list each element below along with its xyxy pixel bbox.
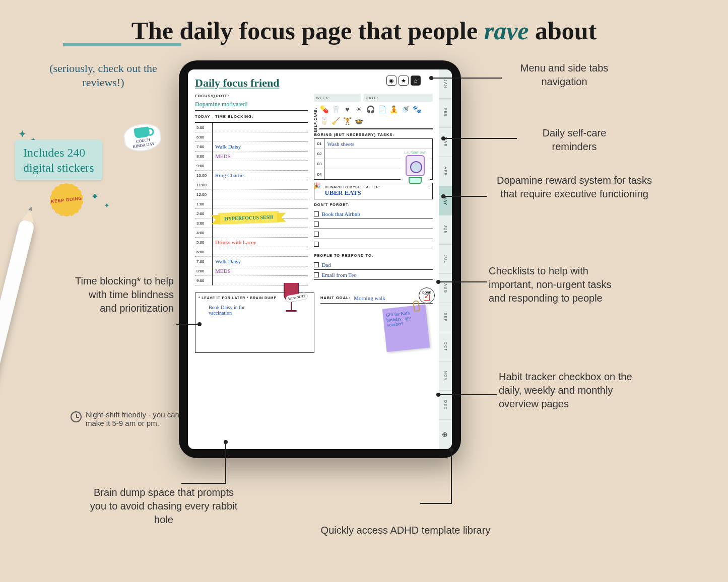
time-cell[interactable]: Drinks with Lacey — [212, 238, 308, 247]
time-cell[interactable]: Ring Charlie — [212, 171, 308, 180]
stickers-line1: Includes 240 — [23, 145, 94, 160]
callout-menu: Menu and side tabs navigation — [504, 61, 625, 89]
wine-sticker: Wine NOT? — [280, 283, 303, 318]
tooth-icon[interactable]: 🦷 — [331, 105, 340, 114]
night-text: Night-shift friendly - you can make it 5… — [86, 410, 181, 427]
shower-icon[interactable]: 🚿 — [401, 105, 410, 114]
headline-pre: The daily focus page that people — [131, 17, 484, 45]
month-tab-mar[interactable]: MAR — [439, 128, 452, 157]
dontforget-label: DON'T FORGET: — [314, 202, 433, 207]
ipad-screen: ◉ ★ ⌂ Daily focus friend FOCUS/QUOTE: Do… — [188, 69, 452, 449]
paw-icon[interactable]: 🐾 — [412, 105, 421, 114]
paperclip-icon — [413, 300, 420, 312]
checkbox-icon[interactable] — [314, 222, 319, 227]
time-cell[interactable] — [212, 132, 308, 142]
time-cell[interactable]: Walk Daisy — [212, 142, 308, 152]
time-cell[interactable] — [212, 180, 308, 190]
checkbox-icon[interactable] — [314, 262, 319, 267]
headphones-icon[interactable]: 🎧 — [366, 105, 375, 114]
time-cell[interactable]: MEDS — [212, 152, 308, 161]
month-tab-aug[interactable]: AUG — [439, 274, 452, 303]
time-label: 8:00 — [195, 266, 212, 276]
reward-box[interactable]: 🎉 ↓ REWARD TO MYSELF AFTER: UBER EATS — [314, 183, 433, 199]
menu-icon[interactable]: ◉ — [386, 76, 396, 86]
time-label: 3:00 — [195, 219, 212, 228]
month-tab-oct[interactable]: OCT — [439, 332, 452, 361]
time-label: 5:00 — [195, 123, 212, 132]
list-item[interactable]: Email from Teo — [321, 272, 356, 278]
reward-value: UBER EATS — [324, 189, 429, 197]
star-icon[interactable]: ★ — [399, 76, 409, 86]
callout-braindump: Brain dump space that prompts you to avo… — [88, 486, 239, 527]
month-tab-dec[interactable]: DEC — [439, 391, 452, 420]
food-icon[interactable]: 🍲 — [354, 116, 363, 125]
time-cell[interactable] — [212, 161, 308, 171]
week-field[interactable]: WEEK: — [314, 94, 361, 102]
note-icon[interactable]: 📄 — [377, 105, 386, 114]
time-cell[interactable]: MEDS — [212, 266, 308, 276]
callout-habit: Habit tracker checkbox on the daily, wee… — [499, 370, 640, 411]
time-cell[interactable] — [212, 190, 308, 199]
callout-timeblock: Time blocking* to help with time blindne… — [73, 274, 174, 315]
timeblock-grid: 5:006:007:00Walk Daisy8:00MEDS9:0010:00R… — [195, 122, 308, 285]
right-column: WEEK: DATE: SELF-CARE: 💊 🦷 ♥ ☀ 🎧 📄 🧘 — [314, 94, 433, 285]
list-item[interactable]: Dad — [321, 262, 330, 268]
month-tab-may[interactable]: MAY — [439, 186, 452, 215]
broom-icon[interactable]: 🧹 — [331, 116, 340, 125]
respond-list: DadEmail from Teo — [314, 260, 433, 280]
sun-icon[interactable]: ☀ — [354, 105, 363, 114]
checkbox-icon[interactable] — [314, 211, 319, 216]
month-tab-jan[interactable]: JAN — [439, 69, 452, 99]
list-item[interactable]: Book that Airbnb — [321, 211, 360, 217]
party-icon: 🎉 — [313, 182, 321, 189]
add-template-button[interactable]: ⊕ — [439, 420, 452, 449]
time-label: 9:00 — [195, 161, 212, 171]
month-tabs: JANFEBMARAPRMAYJUNJULAUGSEPOCTNOVDEC⊕ — [439, 69, 452, 449]
time-label: 2:00 — [195, 209, 212, 219]
boring-cell[interactable]: Wash sheets — [324, 139, 432, 149]
keep-going-sticker: KEEP GOING — [49, 182, 84, 217]
boring-label: BORING (BUT NECESSARY) TASKS: — [314, 132, 433, 137]
time-cell[interactable] — [212, 247, 308, 257]
month-tab-feb[interactable]: FEB — [439, 99, 452, 128]
time-label: 9:00 — [195, 276, 212, 285]
hyperfocus-sticker: HYPERFOCUS SESH — [218, 211, 280, 225]
month-tab-jul[interactable]: JUL — [439, 245, 452, 274]
habit-section: DONE HABIT GOAL: Morning walk Gift for K… — [320, 293, 433, 356]
checkbox-icon[interactable] — [314, 232, 319, 237]
laundry-sticker: LAUNDRY DAY — [401, 151, 430, 186]
time-cell[interactable] — [212, 228, 308, 238]
done-badge[interactable]: DONE — [419, 287, 435, 304]
home-icon[interactable]: ⌂ — [411, 76, 421, 86]
time-label: 1:00 — [195, 199, 212, 209]
dumbbell-icon[interactable]: 🏋 — [343, 116, 352, 125]
sticky-note[interactable]: Gift for Kat's birthday - spa voucher? — [382, 305, 430, 352]
water-icon[interactable]: 🥛 — [319, 116, 328, 125]
focus-label: FOCUS/QUOTE: — [195, 94, 308, 98]
time-cell[interactable]: Walk Daisy — [212, 257, 308, 266]
time-label: 11:00 — [195, 180, 212, 190]
boring-num: 04 — [314, 169, 324, 179]
stickers-count-box: Includes 240 digital stickers — [15, 140, 102, 180]
time-cell[interactable] — [212, 199, 308, 209]
month-tab-nov[interactable]: NOV — [439, 361, 452, 391]
heart-icon[interactable]: ♥ — [343, 105, 352, 114]
month-tab-sep[interactable]: SEP — [439, 303, 452, 332]
time-cell[interactable] — [212, 123, 308, 132]
meditate-icon[interactable]: 🧘 — [389, 105, 398, 114]
month-tab-jun[interactable]: JUN — [439, 215, 452, 245]
time-label: 7:00 — [195, 142, 212, 152]
brain-value: Book Daisy in for vaccination — [209, 305, 269, 316]
focus-value[interactable]: Dopamine motivated! — [195, 100, 308, 111]
mug-icon — [134, 126, 150, 138]
habit-value[interactable]: Morning walk — [354, 295, 385, 301]
laundry-label: LAUNDRY DAY — [405, 151, 426, 154]
date-field[interactable]: DATE: — [364, 94, 433, 102]
timeblock-label: TODAY - TIME BLOCKING: — [195, 114, 308, 119]
night-note: Night-shift friendly - you can make it 5… — [71, 410, 181, 427]
checkbox-icon[interactable] — [314, 242, 319, 247]
month-tab-apr[interactable]: APR — [439, 157, 452, 186]
cup-sticker: COUCH KINDA DAY — [122, 121, 163, 154]
checkbox-icon[interactable] — [314, 272, 319, 277]
pill-icon[interactable]: 💊 — [319, 105, 328, 114]
